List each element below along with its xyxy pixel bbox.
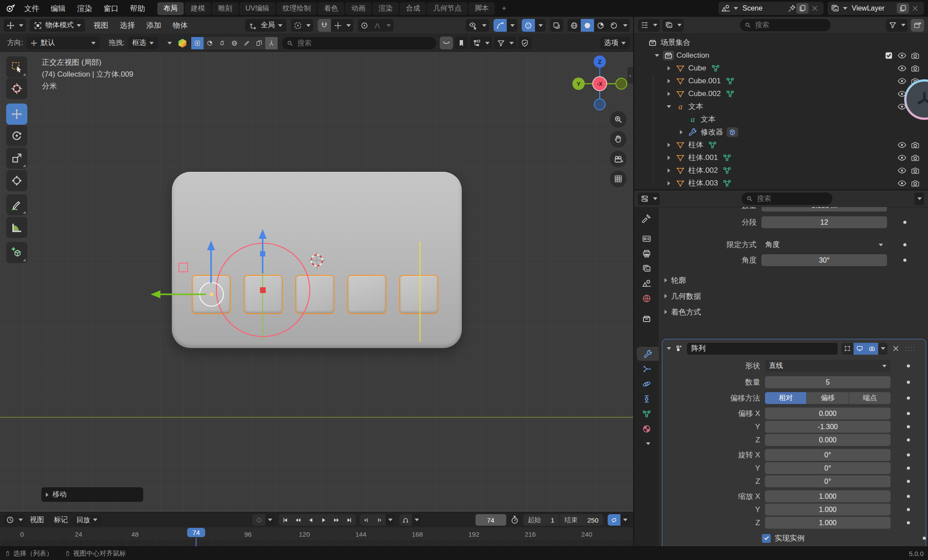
viewlayer-selector[interactable]: ViewLayer (828, 2, 924, 15)
drag-handle[interactable]: ········ (905, 345, 916, 352)
tab-modifiers[interactable] (637, 347, 659, 361)
eye-toggle[interactable] (895, 63, 909, 73)
value-field[interactable]: 1.000 (765, 490, 891, 502)
expand-toggle[interactable] (663, 181, 675, 185)
move-tool[interactable] (6, 104, 27, 125)
plane-handle[interactable] (260, 251, 265, 256)
shield-check-button[interactable] (518, 37, 531, 49)
workspace-tab-雕刻[interactable]: 雕刻 (212, 2, 238, 15)
direction-dropdown[interactable]: 默认 (26, 37, 100, 49)
shading-wireframe-button[interactable] (568, 19, 581, 32)
tab-particles[interactable] (634, 362, 659, 376)
camera-toggle[interactable] (909, 51, 922, 60)
frame-step-back-button[interactable] (360, 514, 373, 526)
properties-options-dropdown[interactable] (914, 193, 924, 205)
value-field[interactable]: 1.000 (765, 517, 891, 529)
z-arrow-head[interactable] (259, 229, 267, 239)
bookmark-button[interactable] (455, 37, 468, 49)
expand-toggle[interactable] (663, 156, 675, 160)
properties-editor-type-button[interactable] (638, 193, 660, 205)
properties-search-input[interactable] (756, 194, 828, 203)
camera-toggle[interactable] (909, 63, 922, 73)
topbar-menu-窗口[interactable]: 窗口 (98, 4, 124, 14)
expand-toggle[interactable] (676, 130, 687, 134)
playback-menu[interactable]: 回放 (73, 514, 101, 526)
delete-viewlayer-button[interactable] (909, 3, 921, 14)
value-field[interactable]: 12 (761, 216, 887, 228)
grid-toggle-button[interactable] (610, 171, 627, 187)
new-viewlayer-button[interactable] (897, 3, 909, 14)
outliner-search[interactable] (740, 19, 831, 31)
camera-toggle[interactable] (909, 178, 922, 188)
step-dropdown[interactable] (386, 514, 395, 526)
shading-rendered-button[interactable] (607, 19, 620, 32)
tab-view-layer[interactable] (634, 261, 659, 275)
expand-toggle[interactable] (663, 105, 675, 108)
section-着色方式[interactable]: 着色方式 (659, 305, 928, 319)
pan-button[interactable] (610, 131, 627, 148)
mode-dropdown[interactable]: 物体模式 (30, 19, 85, 32)
new-collection-button[interactable] (911, 19, 924, 32)
animate-dot[interactable] (907, 381, 910, 384)
zoom-button[interactable] (610, 111, 627, 128)
display-realtime-toggle[interactable] (854, 343, 866, 355)
frame-start-field[interactable]: 起始1 (523, 514, 559, 526)
checkbox[interactable] (762, 534, 771, 543)
remove-modifier-button[interactable] (891, 344, 900, 353)
playhead[interactable]: 74 (187, 528, 205, 537)
viewport-search[interactable] (282, 37, 436, 49)
eye-toggle[interactable] (895, 153, 909, 163)
camera-toggle[interactable] (909, 153, 922, 163)
pin-icon[interactable] (787, 4, 796, 13)
tab-collection[interactable] (634, 312, 659, 326)
curve-falloff-button[interactable] (440, 37, 453, 49)
selectability-toggle-1[interactable] (204, 37, 216, 49)
jump-to-start-button[interactable] (279, 514, 292, 526)
animate-dot[interactable] (907, 453, 910, 456)
drag-dropdown[interactable]: 框选 (128, 37, 158, 49)
tab-material[interactable] (634, 422, 659, 436)
outliner-row[interactable]: a文本 (634, 113, 928, 126)
selectability-toggle-6[interactable] (265, 37, 278, 49)
eye-toggle[interactable] (895, 140, 909, 150)
timeline-editor-type-button[interactable] (4, 514, 25, 526)
outliner-row[interactable]: a文本 (634, 100, 928, 113)
expand-toggle[interactable] (651, 54, 663, 57)
keying-button[interactable] (399, 514, 412, 526)
value-field[interactable]: 0.000 (765, 408, 891, 419)
segment-偏移[interactable]: 偏移 (807, 392, 848, 404)
y-arrow-head[interactable] (151, 290, 160, 298)
section-几何数据[interactable]: 几何数据 (659, 289, 928, 303)
sync-dropdown[interactable] (620, 514, 630, 526)
animate-dot[interactable] (907, 508, 910, 511)
add-cube-tool[interactable] (6, 242, 27, 263)
tab-tool[interactable] (634, 211, 659, 225)
dropdown-field[interactable]: 角度 (761, 239, 887, 251)
eye-toggle[interactable] (895, 166, 909, 175)
selectability-toggle-3[interactable] (228, 37, 241, 49)
workspace-tab-纹理绘制[interactable]: 纹理绘制 (276, 2, 317, 15)
expand-toggle[interactable] (663, 79, 675, 83)
value-field[interactable]: 0° (765, 449, 891, 461)
sync-button[interactable] (608, 514, 620, 526)
record-button[interactable] (252, 514, 265, 526)
scale-tool[interactable] (6, 148, 27, 169)
axis-y-neg-ball[interactable] (616, 78, 627, 89)
animate-dot[interactable] (907, 521, 910, 524)
modifier-name-field[interactable]: 阵列 (687, 343, 838, 355)
new-scene-button[interactable] (796, 3, 809, 14)
workspace-tab-动画[interactable]: 动画 (345, 2, 371, 15)
timeline-ruler[interactable]: 0244896120144168192216240 74 (0, 527, 633, 547)
animate-dot[interactable] (907, 397, 910, 400)
jump-to-end-button[interactable] (343, 514, 356, 526)
selectability-toggle-4[interactable] (241, 37, 253, 49)
workspace-tab-合成[interactable]: 合成 (400, 2, 426, 15)
camera-view-button[interactable] (610, 151, 627, 167)
sidebar-collapse-tab[interactable]: ‹ (627, 67, 633, 84)
outliner-filter-dropdown[interactable] (886, 19, 908, 32)
value-field[interactable]: 30° (761, 254, 887, 266)
viewport-menu-视图[interactable]: 视图 (88, 20, 114, 30)
section-轮廓[interactable]: 轮廓 (659, 274, 928, 287)
editor-type-button[interactable] (4, 19, 26, 32)
value-field[interactable]: 0° (765, 462, 891, 474)
